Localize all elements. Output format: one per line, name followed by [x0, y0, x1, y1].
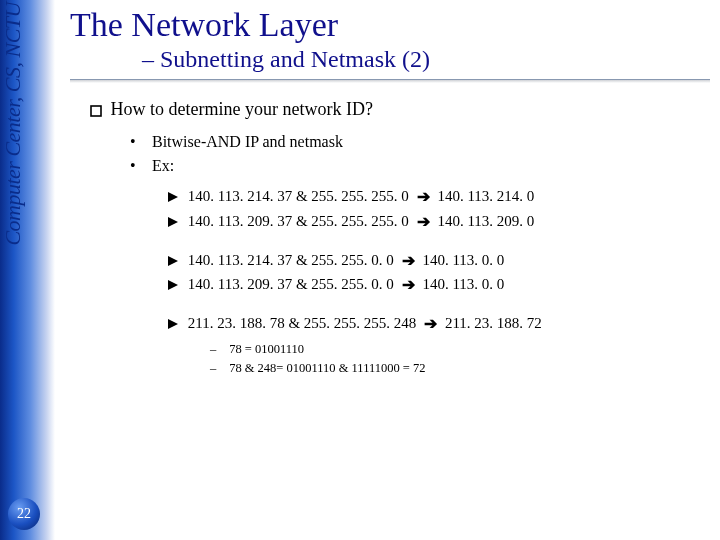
triangle-bullet-icon: [168, 313, 184, 336]
example-rhs: 140. 113. 214. 0: [437, 188, 534, 204]
example-rhs: 140. 113. 209. 0: [437, 213, 534, 229]
arrow-icon: ➔: [420, 312, 441, 337]
page-number-badge: 22: [8, 498, 40, 530]
example-lhs: 140. 113. 209. 37 & 255. 255. 255. 0: [188, 213, 409, 229]
sub-bullet-text: Ex:: [152, 157, 174, 174]
arrow-icon: ➔: [413, 185, 434, 210]
triangle-bullet-icon: [168, 250, 184, 273]
arrow-icon: ➔: [398, 273, 419, 298]
sub-bullet-text: Bitwise-AND IP and netmask: [152, 133, 343, 150]
main-question-row: How to determine your network ID?: [70, 99, 710, 120]
example-lhs: 140. 113. 214. 37 & 255. 255. 255. 0: [188, 188, 409, 204]
svg-marker-5: [168, 319, 178, 329]
dash-bullet-icon: –: [210, 359, 226, 378]
dash-bullet-icon: –: [210, 340, 226, 359]
example-row: 140. 113. 214. 37 & 255. 255. 0. 0 ➔ 140…: [168, 248, 710, 273]
example-row: 140. 113. 209. 37 & 255. 255. 0. 0 ➔ 140…: [168, 272, 710, 297]
detail-row: – 78 & 248= 01001110 & 11111000 = 72: [210, 359, 710, 378]
example-row: 140. 113. 214. 37 & 255. 255. 255. 0 ➔ 1…: [168, 184, 710, 209]
svg-rect-0: [91, 106, 101, 116]
example-group-3: 211. 23. 188. 78 & 255. 255. 255. 248 ➔ …: [70, 311, 710, 336]
detail-row: – 78 = 01001110: [210, 340, 710, 359]
triangle-bullet-icon: [168, 211, 184, 234]
svg-marker-1: [168, 192, 178, 202]
slide-title: The Network Layer: [70, 0, 710, 46]
example-rhs: 140. 113. 0. 0: [422, 276, 504, 292]
example-row: 211. 23. 188. 78 & 255. 255. 255. 248 ➔ …: [168, 311, 710, 336]
dot-bullet-icon: •: [130, 130, 148, 154]
triangle-bullet-icon: [168, 186, 184, 209]
sub-bullet-row: • Ex:: [130, 154, 710, 178]
org-vertical-label: Computer Center, CS, NCTU: [0, 2, 26, 246]
svg-marker-3: [168, 256, 178, 266]
example-group-2: 140. 113. 214. 37 & 255. 255. 0. 0 ➔ 140…: [70, 248, 710, 298]
detail-text: 78 = 01001110: [229, 342, 304, 356]
triangle-bullet-icon: [168, 274, 184, 297]
sub-bullet-row: • Bitwise-AND IP and netmask: [130, 130, 710, 154]
left-rail: Computer Center, CS, NCTU: [0, 0, 55, 540]
detail-text: 78 & 248= 01001110 & 11111000 = 72: [229, 361, 425, 375]
slide-content: The Network Layer – Subnetting and Netma…: [70, 0, 710, 377]
example-rhs: 140. 113. 0. 0: [422, 252, 504, 268]
slide-subtitle: – Subnetting and Netmask (2): [70, 46, 710, 77]
arrow-icon: ➔: [413, 210, 434, 235]
example-lhs: 140. 113. 209. 37 & 255. 255. 0. 0: [188, 276, 394, 292]
svg-marker-2: [168, 217, 178, 227]
main-question-text: How to determine your network ID?: [111, 99, 373, 119]
square-bullet-icon: [90, 101, 106, 122]
arrow-icon: ➔: [398, 249, 419, 274]
dot-bullet-icon: •: [130, 154, 148, 178]
detail-block: – 78 = 01001110 – 78 & 248= 01001110 & 1…: [70, 340, 710, 378]
title-divider: [70, 77, 710, 85]
example-rhs: 211. 23. 188. 72: [445, 315, 542, 331]
example-lhs: 211. 23. 188. 78 & 255. 255. 255. 248: [188, 315, 417, 331]
example-group-1: 140. 113. 214. 37 & 255. 255. 255. 0 ➔ 1…: [70, 184, 710, 234]
svg-marker-4: [168, 280, 178, 290]
example-row: 140. 113. 209. 37 & 255. 255. 255. 0 ➔ 1…: [168, 209, 710, 234]
example-lhs: 140. 113. 214. 37 & 255. 255. 0. 0: [188, 252, 394, 268]
